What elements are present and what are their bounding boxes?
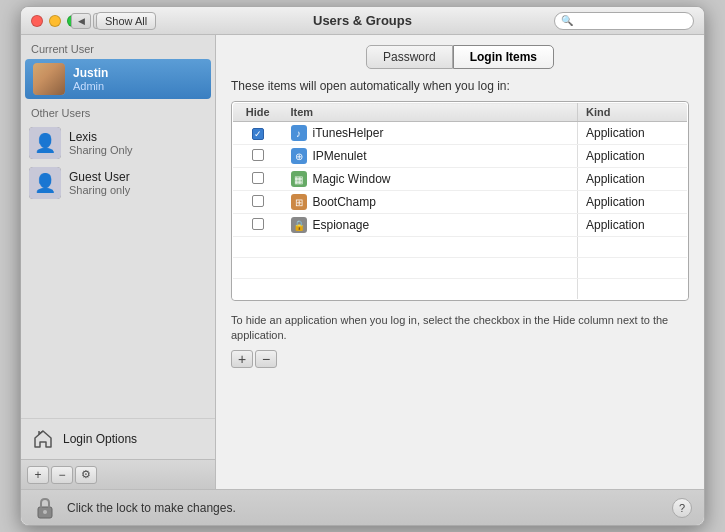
other-users-label: Other Users — [21, 99, 215, 123]
app-name: IPMenulet — [313, 149, 367, 163]
hide-cell[interactable] — [233, 122, 283, 145]
tab-login-items[interactable]: Login Items — [453, 45, 554, 69]
title-bar: ◀ ▶ Show All Users & Groups 🔍 — [21, 7, 704, 35]
empty-row — [233, 237, 688, 258]
item-cell: 🔒Espionage — [283, 214, 578, 237]
user-role-lexis: Sharing Only — [69, 144, 133, 156]
avatar-guest: 👤 — [29, 167, 61, 199]
col-kind: Kind — [578, 103, 688, 122]
hide-checkbox[interactable] — [252, 149, 264, 161]
app-icon: ♪ — [291, 125, 307, 141]
back-button[interactable]: ◀ — [71, 13, 91, 29]
app-icon: ⊞ — [291, 194, 307, 210]
login-options-label: Login Options — [63, 432, 137, 446]
lock-text: Click the lock to make changes. — [67, 501, 662, 515]
lock-icon[interactable] — [33, 496, 57, 520]
user-name-lexis: Lexis — [69, 130, 133, 144]
kind-cell: Application — [578, 122, 688, 145]
help-button[interactable]: ? — [672, 498, 692, 518]
remove-item-button[interactable]: − — [255, 350, 277, 368]
hide-cell[interactable] — [233, 145, 283, 168]
item-cell: ▦Magic Window — [283, 168, 578, 191]
other-user-item-guest[interactable]: 👤 Guest User Sharing only — [21, 163, 215, 203]
col-item: Item — [283, 103, 578, 122]
footer-note: To hide an application when you log in, … — [231, 313, 689, 344]
user-info-guest: Guest User Sharing only — [69, 170, 130, 196]
window-title: Users & Groups — [313, 13, 412, 28]
app-name: iTunesHelper — [313, 126, 384, 140]
minimize-button[interactable] — [49, 15, 61, 27]
show-all-button[interactable]: Show All — [96, 12, 156, 30]
empty-row — [233, 279, 688, 300]
user-role-guest: Sharing only — [69, 184, 130, 196]
current-user-label: Current User — [21, 35, 215, 59]
hide-checkbox[interactable] — [252, 195, 264, 207]
app-icon: ⊕ — [291, 148, 307, 164]
search-input[interactable] — [577, 15, 687, 27]
app-name: BootChamp — [313, 195, 376, 209]
avatar-lexis: 👤 — [29, 127, 61, 159]
item-cell: ⊞BootChamp — [283, 191, 578, 214]
tabs-row: Password Login Items — [231, 45, 689, 69]
search-bar: 🔍 — [554, 12, 694, 30]
app-name: Magic Window — [313, 172, 391, 186]
user-role: Admin — [73, 80, 108, 92]
table-row: 🔒EspionageApplication — [233, 214, 688, 237]
col-hide: Hide — [233, 103, 283, 122]
gear-button[interactable]: ⚙ — [75, 466, 97, 484]
item-cell: ♪iTunesHelper — [283, 122, 578, 145]
item-cell: ⊕IPMenulet — [283, 145, 578, 168]
user-info: Justin Admin — [73, 66, 108, 92]
app-icon: ▦ — [291, 171, 307, 187]
other-user-item-lexis[interactable]: 👤 Lexis Sharing Only — [21, 123, 215, 163]
app-name: Espionage — [313, 218, 370, 232]
user-name-guest: Guest User — [69, 170, 130, 184]
hide-cell[interactable] — [233, 168, 283, 191]
table-row: ⊕IPMenuletApplication — [233, 145, 688, 168]
house-icon — [31, 427, 55, 451]
table-row: ▦Magic WindowApplication — [233, 168, 688, 191]
sidebar-toolbar: + − ⚙ — [21, 459, 215, 489]
app-icon: 🔒 — [291, 217, 307, 233]
table-toolbar: + − — [231, 350, 689, 368]
items-table-container: Hide Item Kind ♪iTunesHelperApplication⊕… — [231, 101, 689, 301]
tab-password[interactable]: Password — [366, 45, 453, 69]
avatar — [33, 63, 65, 95]
items-table: Hide Item Kind ♪iTunesHelperApplication⊕… — [232, 102, 688, 300]
sidebar: Current User Justin Admin Other Users 👤 … — [21, 35, 216, 489]
close-button[interactable] — [31, 15, 43, 27]
empty-row — [233, 258, 688, 279]
hide-cell[interactable] — [233, 191, 283, 214]
default-avatar-guest: 👤 — [29, 167, 61, 199]
hide-checkbox[interactable] — [252, 128, 264, 140]
add-user-button[interactable]: + — [27, 466, 49, 484]
hide-checkbox[interactable] — [252, 218, 264, 230]
remove-user-button[interactable]: − — [51, 466, 73, 484]
kind-cell: Application — [578, 214, 688, 237]
current-user-item[interactable]: Justin Admin — [25, 59, 211, 99]
hide-cell[interactable] — [233, 214, 283, 237]
search-icon: 🔍 — [561, 15, 573, 26]
table-row: ⊞BootChampApplication — [233, 191, 688, 214]
default-avatar: 👤 — [29, 127, 61, 159]
user-name: Justin — [73, 66, 108, 80]
hide-checkbox[interactable] — [252, 172, 264, 184]
right-panel: Password Login Items These items will op… — [216, 35, 704, 489]
table-row: ♪iTunesHelperApplication — [233, 122, 688, 145]
user-info-lexis: Lexis Sharing Only — [69, 130, 133, 156]
kind-cell: Application — [578, 191, 688, 214]
description-text: These items will open automatically when… — [231, 79, 689, 93]
svg-point-1 — [43, 510, 47, 514]
add-item-button[interactable]: + — [231, 350, 253, 368]
kind-cell: Application — [578, 168, 688, 191]
bottom-bar: Click the lock to make changes. ? — [21, 489, 704, 525]
main-content: Current User Justin Admin Other Users 👤 … — [21, 35, 704, 489]
user-avatar-img — [33, 63, 65, 95]
login-options-item[interactable]: Login Options — [21, 418, 215, 459]
kind-cell: Application — [578, 145, 688, 168]
